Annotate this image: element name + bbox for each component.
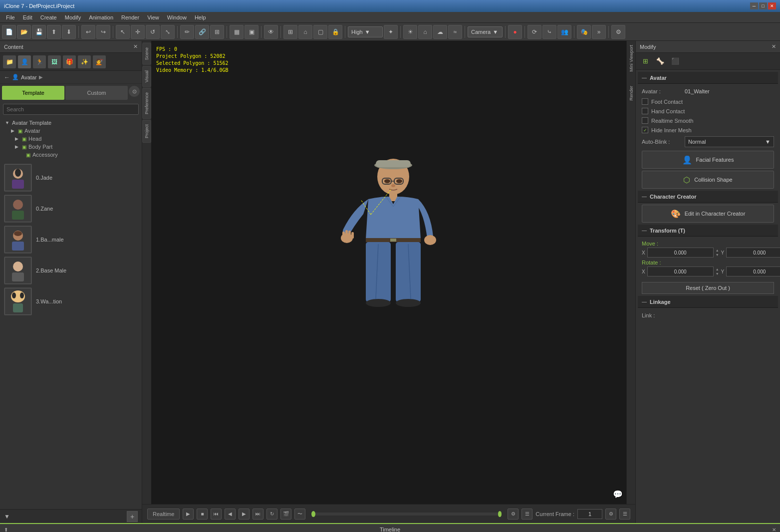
content-vfx-icon[interactable]: ✨ — [78, 55, 91, 68]
paint-button[interactable]: ✏ — [180, 25, 194, 39]
edit-in-cc-button[interactable]: 🎨 Edit in Character Creator — [642, 205, 774, 223]
motion3-button[interactable]: 👥 — [557, 25, 571, 39]
content-prop-icon[interactable]: 🎁 — [63, 55, 76, 68]
new-button[interactable]: 📄 — [2, 25, 16, 39]
menu-edit[interactable]: Edit — [19, 13, 36, 21]
modify-close-icon[interactable]: ✕ — [772, 43, 776, 50]
content-motion-icon[interactable]: 🏃 — [33, 55, 46, 68]
maximize-button[interactable]: □ — [759, 2, 767, 9]
menu-render[interactable]: Render — [117, 13, 143, 21]
frame-list-button[interactable]: ☰ — [619, 509, 630, 520]
thumb-wation[interactable]: 3.Wa...tion — [2, 286, 140, 316]
tree-accessory[interactable]: ▶ ▣ Accessory — [3, 151, 139, 159]
export-button[interactable]: ⬇ — [62, 25, 76, 39]
rot-x-input[interactable] — [647, 266, 714, 276]
tree-head[interactable]: ▶ ▣ Head — [3, 135, 139, 143]
content-hair-icon[interactable]: 💇 — [93, 55, 106, 68]
move-button[interactable]: ✛ — [131, 25, 145, 39]
cc-collapse-button[interactable]: — — [642, 194, 647, 199]
tab-options-button[interactable]: ⊙ — [129, 86, 140, 97]
extra-button[interactable]: » — [592, 25, 606, 39]
menu-modify[interactable]: Modify — [61, 13, 85, 21]
open-button[interactable]: 📂 — [17, 25, 31, 39]
scale-button[interactable]: ⤡ — [161, 25, 175, 39]
render-tab[interactable]: Render — [629, 86, 634, 101]
prev-key-button[interactable]: ⏮ — [211, 509, 222, 520]
auto-blink-dropdown[interactable]: Normal ▼ — [685, 136, 774, 147]
next-key-button[interactable]: ⏭ — [253, 509, 263, 520]
viewport[interactable]: FPS : 0 Project Polygon : 52082 Selected… — [151, 41, 635, 504]
import-button[interactable]: ⬆ — [47, 25, 61, 39]
foot-contact-checkbox[interactable] — [642, 98, 648, 105]
list-button[interactable]: ☰ — [521, 509, 532, 520]
preference-tab[interactable]: Preference — [142, 88, 151, 119]
modify-sliders-icon[interactable]: ⊞ — [639, 55, 652, 68]
breadcrumb-back-icon[interactable]: ← — [4, 74, 10, 81]
motion1-button[interactable]: ⟳ — [527, 25, 541, 39]
search-input[interactable] — [3, 104, 139, 115]
redo-button[interactable]: ↪ — [96, 25, 110, 39]
motion-path-button[interactable]: 〜 — [294, 509, 305, 520]
modify-checker-icon[interactable]: ⬛ — [669, 55, 682, 68]
menu-create[interactable]: Create — [36, 13, 61, 21]
star-button[interactable]: ✦ — [384, 25, 398, 39]
next-frame-button[interactable]: ▶ — [239, 509, 250, 520]
light-button[interactable]: ☀ — [403, 25, 417, 39]
env-button[interactable]: ⌂ — [418, 25, 432, 39]
thumb-jade[interactable]: 0.Jade — [2, 163, 140, 193]
comment-icon[interactable]: 💬 — [613, 490, 623, 499]
tree-bodypart[interactable]: ▶ ▣ Body Part — [3, 143, 139, 151]
scroll-down-icon[interactable]: ▼ — [4, 513, 10, 520]
close-button[interactable]: ✕ — [768, 2, 776, 9]
home-button[interactable]: ⌂ — [298, 25, 312, 39]
hand-contact-checkbox[interactable] — [642, 108, 648, 114]
collision-shape-button[interactable]: ⬡ Collision Shape — [642, 171, 774, 189]
menu-window[interactable]: Window — [163, 13, 191, 21]
settings-button[interactable]: ⚙ — [611, 25, 625, 39]
template-tab[interactable]: Template — [2, 86, 64, 100]
mini-viewport-tab[interactable]: Mini Viewport — [629, 45, 634, 72]
view1-button[interactable]: ▦ — [230, 25, 244, 39]
view2-button[interactable]: ▣ — [245, 25, 259, 39]
custom-tab[interactable]: Custom — [65, 86, 128, 100]
move-y-input[interactable] — [726, 248, 780, 258]
eye-button[interactable]: 👁 — [264, 25, 278, 39]
breadcrumb-avatar-label[interactable]: Avatar — [21, 74, 37, 80]
loop-button[interactable]: ↻ — [266, 509, 277, 520]
hide-inner-mesh-checkbox[interactable]: ✓ — [642, 127, 648, 133]
visual-tab[interactable]: Visual — [142, 66, 151, 87]
current-frame-input[interactable] — [577, 509, 602, 519]
select-button[interactable]: ↖ — [116, 25, 130, 39]
menu-view[interactable]: View — [143, 13, 163, 21]
quality-dropdown[interactable]: High ▼ — [348, 26, 383, 37]
record-mode-button[interactable]: 🎬 — [280, 509, 291, 520]
grid-button[interactable]: ⊞ — [283, 25, 297, 39]
link-button[interactable]: 🔗 — [195, 25, 209, 39]
transform-collapse-button[interactable]: — — [642, 228, 647, 233]
save-button[interactable]: 💾 — [32, 25, 46, 39]
avatar-collapse-button[interactable]: — — [642, 75, 647, 80]
thumb-bamale[interactable]: 1.Ba...male — [2, 225, 140, 255]
modify-bone-icon[interactable]: 🦴 — [654, 55, 667, 68]
timeline-scrubber[interactable] — [311, 513, 502, 516]
content-folder-icon[interactable]: 📁 — [3, 55, 16, 68]
content-image-icon[interactable]: 🖼 — [48, 55, 61, 68]
thumb-basemale[interactable]: 2.Base Male — [2, 256, 140, 285]
menu-animation[interactable]: Animation — [85, 13, 117, 21]
sky-button[interactable]: ☁ — [433, 25, 447, 39]
timeline-expand-icon[interactable]: ⬆ — [4, 527, 8, 532]
snap-button[interactable]: ⊞ — [210, 25, 224, 39]
tree-avatar[interactable]: ▶ ▣ Avatar — [3, 127, 139, 135]
menu-file[interactable]: File — [2, 13, 19, 21]
stop-button[interactable]: ■ — [197, 509, 208, 520]
frame-settings-button[interactable]: ⚙ — [605, 509, 616, 520]
frame-button[interactable]: ▢ — [313, 25, 327, 39]
motion2-button[interactable]: ⤷ — [542, 25, 556, 39]
minimize-button[interactable]: ─ — [750, 2, 758, 9]
lock-button[interactable]: 🔒 — [328, 25, 342, 39]
play-button[interactable]: ▶ — [183, 509, 194, 520]
prev-frame-button[interactable]: ◀ — [225, 509, 236, 520]
puppet-button[interactable]: 🎭 — [577, 25, 591, 39]
rot-x-arrows[interactable]: ▲▼ — [716, 267, 719, 276]
tree-root[interactable]: ▼ Avatar Template — [3, 119, 139, 127]
